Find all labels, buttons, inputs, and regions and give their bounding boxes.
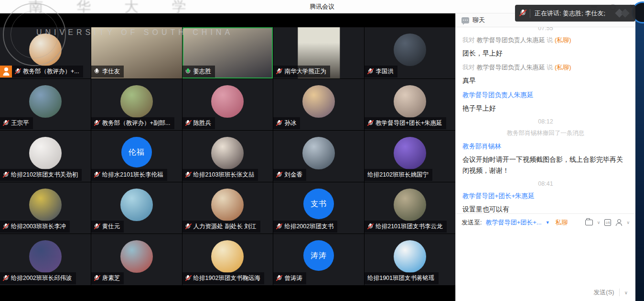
participant-label: 南华大学熊正为 [273, 66, 330, 78]
chat-message-list[interactable]: 07:55我对 教学督导团负责人朱惠延 说 (私聊)团长，早上好我对 教学督导团… [456, 27, 635, 213]
night-city-portrait-avatar [394, 33, 426, 66]
participant-tile[interactable]: 唐素芝 [91, 234, 182, 285]
participant-tile[interactable]: 孙冰 [273, 79, 364, 130]
participant-name: 姜志胜 [193, 67, 212, 76]
participant-tile[interactable]: 给排2003班班长李冲 [0, 182, 91, 234]
participant-tile[interactable]: 给排2103班班长张文喆 [182, 131, 273, 182]
participant-tile[interactable]: 给排2101班团支书李云龙 [365, 182, 455, 234]
participant-name: 给排2003班班长李冲 [11, 223, 66, 231]
mic-muted-icon [3, 120, 9, 127]
message-timestamp: 08:12 [462, 118, 629, 125]
desktop-wallpaper [635, 13, 644, 301]
participant-label: 给排1902班团支书鞠远海 [182, 272, 264, 284]
anime-boy-yellow-avatar [29, 189, 62, 221]
participant-tile[interactable]: 李国洪 [365, 27, 455, 78]
contacts-icon[interactable] [615, 219, 622, 226]
mic-muted-icon [276, 120, 282, 127]
participant-tile[interactable]: 伦福给排水2101班长李伦福 [91, 131, 182, 182]
participant-tile[interactable]: 黄仕元 [91, 182, 182, 234]
mic-muted-icon [3, 223, 9, 230]
mic-on-icon [94, 68, 100, 75]
flower-bouquet-photo-avatar [29, 33, 62, 66]
mic-muted-icon [185, 120, 191, 127]
person-on-beach-avatar [120, 189, 153, 221]
message-sender: 教学督导团+团长+朱惠延 [462, 192, 629, 201]
message-text: 设置里也可以有 [462, 204, 629, 213]
toast-divider [530, 9, 530, 18]
mic-muted-icon [15, 68, 21, 75]
participant-label: 给排2003班班长李冲 [0, 221, 70, 233]
mic-muted-icon [3, 171, 9, 178]
chat-input[interactable] [456, 231, 635, 284]
meta-target-name: 教学督导团负责人朱惠延 [477, 36, 545, 44]
participant-label: 给排2002班团支书 [273, 221, 337, 233]
participant-tile[interactable]: 王宗平 [0, 79, 91, 130]
message-timestamp: 07:55 [462, 27, 629, 32]
participant-name: 教务部（教评办）+副部... [102, 119, 171, 127]
private-message-meta: 我对 教学督导团负责人朱惠延 说 (私聊) [462, 63, 629, 72]
participant-tile[interactable]: 南华大学熊正为 [273, 27, 364, 78]
toddler-photo-avatar [394, 85, 426, 118]
participant-name: 孙冰 [284, 119, 296, 127]
participant-name: 李仕友 [102, 67, 120, 76]
chat-tab-label[interactable]: 聊天 [472, 16, 485, 24]
contacts-chevron-icon[interactable]: ∨ [626, 220, 630, 225]
participant-name: 给排1902班团支书鞠远海 [193, 274, 260, 282]
announcement-icon[interactable]: 公告 [604, 219, 611, 226]
mic-muted-icon [94, 120, 100, 127]
chat-bubble-icon [462, 17, 469, 23]
participant-tile[interactable]: 给排1902班团支书鞠远海 [182, 234, 273, 285]
participant-label: 姜志胜 [182, 66, 215, 78]
participant-label: 教务部（教评办）+副部... [91, 117, 174, 129]
mic-muted-icon [519, 9, 526, 17]
participant-label: 唐素芝 [91, 272, 124, 284]
send-button[interactable]: 发送(S) [593, 288, 614, 297]
participant-label: 李国洪 [365, 66, 397, 78]
file-folder-icon[interactable] [585, 220, 593, 225]
participant-label: 给排2002班班长邱伟波 [0, 272, 76, 284]
participant-name: 给排2103班班长张文喆 [193, 171, 255, 179]
participant-tile[interactable]: 给排1901班团支书蒋铭瑶 [365, 234, 455, 285]
woman-red-dress-beach-avatar [120, 240, 153, 273]
mic-muted-icon [94, 171, 100, 178]
participant-name: 给排2102班班长姚国宁 [367, 171, 429, 179]
folder-chevron-icon[interactable]: ∨ [597, 220, 601, 225]
participant-tile[interactable]: 李仕友 [91, 27, 182, 78]
meta-target-name: 教学督导团负责人朱惠延 [477, 64, 545, 71]
participant-tile[interactable]: 教务部（教评办）+副部... [91, 79, 182, 130]
participant-label: 教务部（教评办）+... [0, 66, 83, 78]
participant-tile[interactable]: 刘金香 [273, 131, 364, 182]
send-target-caret-icon[interactable]: ▼ [546, 220, 550, 225]
message-sender: 教务部肖锡林 [462, 142, 629, 151]
participant-tile[interactable]: 给排2102班团支书关劲初 [0, 131, 91, 182]
participant-tile[interactable]: 支书给排2002班团支书 [273, 182, 364, 234]
private-message-meta: 我对 教学督导团负责人朱惠延 说 (私聊) [462, 36, 629, 45]
send-target-dropdown[interactable]: 教学督导团+团长+... [486, 218, 542, 227]
participant-label: 陈胜兵 [182, 117, 215, 129]
mic-muted-icon [185, 171, 191, 178]
purple-anime-girl-avatar [394, 137, 426, 169]
participant-tile[interactable]: 给排2102班班长姚国宁 [365, 131, 455, 182]
participant-label: 教学督导团+团长+朱惠延 [365, 117, 446, 129]
participant-tile[interactable]: 给排2002班班长邱伟波 [0, 234, 91, 285]
participant-tile[interactable]: 姜志胜 [182, 27, 273, 78]
starry-night-person-avatar [29, 240, 62, 273]
mic-muted-icon [276, 68, 282, 75]
send-to-bar: 发送至: 教学督导团+团长+... ▼ 私聊 ∨ 公告 ∨ [456, 213, 635, 231]
initials-avatar: 伦福 [121, 137, 152, 167]
meeting-logo-icon [614, 9, 631, 18]
participant-label: 人力资源处 副处长 刘江 [182, 221, 260, 233]
participant-tile[interactable]: 教务部（教评办）+... [0, 27, 91, 78]
participant-tile[interactable]: 陈胜兵 [182, 79, 273, 130]
participant-tile[interactable]: 涛涛曾涛涛 [273, 234, 364, 285]
message-text: 真早 [462, 75, 629, 86]
participant-tile[interactable]: 教学督导团+团长+朱惠延 [365, 79, 455, 130]
chat-panel: 聊天 07:55我对 教学督导团负责人朱惠延 说 (私聊)团长，早上好我对 教学… [455, 13, 635, 301]
send-options-chevron-icon[interactable]: ∨ [624, 290, 628, 295]
mic-muted-icon [276, 171, 282, 178]
speaking-status-text: 正在讲话: 姜志胜; 李仕友; [535, 9, 605, 18]
pink-flower-field-avatar [211, 85, 244, 118]
participant-tile[interactable]: 人力资源处 副处长 刘江 [182, 182, 273, 234]
message-sender: 教学督导团负责人朱惠延 [462, 91, 629, 100]
participant-label: 李仕友 [91, 66, 124, 78]
